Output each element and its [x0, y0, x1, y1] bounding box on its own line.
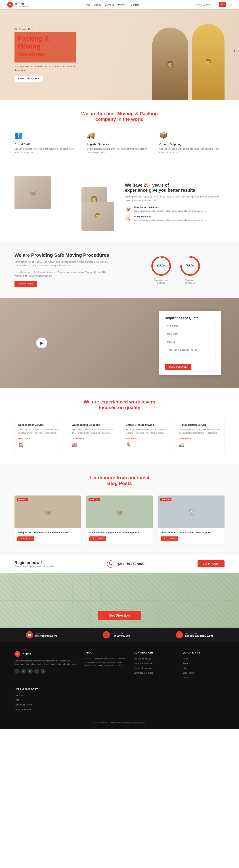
hero-dot-2[interactable] — [234, 53, 235, 54]
blog-read-more-1[interactable]: READ MORE — [89, 536, 106, 541]
footer-quick-0[interactable]: Home — [183, 657, 189, 660]
footer-service-2[interactable]: Household Moving — [134, 667, 151, 670]
service-read-more-3[interactable]: Read More > — [179, 437, 191, 440]
send-message-button[interactable]: SEND MESSAGE — [165, 364, 191, 370]
footer-quick-2[interactable]: Blog — [183, 667, 187, 670]
hero-cta-button[interactable]: VIEW OUR WORKS — [14, 75, 43, 82]
services-divider — [114, 412, 125, 412]
social-facebook[interactable]: f — [14, 669, 20, 674]
nav-about[interactable]: About — [94, 3, 101, 6]
service-card-2: Office Furniture Moving Sed ut perspicia… — [122, 420, 171, 453]
exp-feat-desc-1: Sed ut perspiciatis unde omnis iste natu… — [134, 218, 207, 222]
blog-date-0: FEB 2021 — [16, 498, 28, 501]
experience-section: 📦 👩 👨 We have 25+ years of experience gi… — [0, 165, 239, 242]
play-button[interactable]: ▶ — [36, 338, 47, 348]
hero-title-wrapper: Packing & Moving Services — [14, 32, 76, 62]
learn-more-button[interactable]: LEARN MORE — [14, 281, 37, 287]
brand-name: InTime — [14, 2, 29, 5]
social-google[interactable]: g — [40, 669, 46, 674]
service-icon-1: 🏭 — [72, 442, 79, 450]
search-icon: 🔍 — [221, 3, 224, 6]
service-read-more-1[interactable]: Read More > — [72, 437, 84, 440]
blog-content-2: Quis nostrum exerci tat iotem ullam corp… — [158, 528, 225, 544]
footer-help-1[interactable]: FAQ — [14, 699, 19, 701]
footer-quick-1[interactable]: About — [183, 662, 188, 665]
search-input[interactable] — [194, 3, 219, 7]
footer-quick-3[interactable]: Blog Profile — [183, 672, 194, 674]
blog-read-more-0[interactable]: READ MORE — [18, 536, 34, 541]
free-quote-section: ▶ Request a Free Quote SEND MESSAGE — [0, 298, 239, 388]
hero-dot-3[interactable] — [234, 55, 235, 57]
footer-help-2[interactable]: Household Moving — [14, 704, 32, 706]
exp-years: 25+ — [144, 183, 151, 187]
exp-feature-1: 🔍 Safely delivered Sed ut perspiciatis u… — [125, 215, 225, 222]
logo: IT InTime Packers & Movers — [7, 2, 29, 8]
blog-section: Learn more from our latest Blog Posts 📦 … — [0, 464, 239, 555]
search-button[interactable]: 🔍 — [219, 2, 226, 7]
feature-desc-0: Sed ut perspiciatis unde omnis iste natu… — [14, 147, 80, 155]
service-desc-3: Sed ut perspiciatis unde omnis iste natu… — [179, 428, 221, 434]
dark-mode-toggle[interactable]: 🌙 — [228, 3, 232, 7]
message-textarea[interactable] — [165, 347, 215, 361]
footer: IT InTime Sed ut perspiciatis unde omnis… — [0, 642, 239, 729]
hero-dot-1[interactable] — [234, 50, 235, 52]
email-value: info@example.com — [35, 634, 57, 637]
features-grid: 👥 Expert Staff Sed ut perspiciatis unde … — [14, 131, 225, 155]
register-left: Register now ! We are here for you, plea… — [14, 560, 54, 568]
exp-feat-1-content: Safely delivered Sed ut perspiciatis und… — [134, 215, 207, 222]
hero-content: We Provide Best Packing & Moving Service… — [0, 28, 91, 82]
footer-service-3[interactable]: Commercial Movers — [134, 672, 153, 674]
footer-help-0[interactable]: Live Chat — [14, 694, 24, 696]
exp-heading: We have 25+ years of experience give you… — [125, 183, 225, 193]
footer-service-0[interactable]: Residential Moves — [134, 657, 151, 660]
exp-description: Lorem ipsum viverra feugiat. Pellen tesq… — [125, 195, 225, 203]
nav-contact[interactable]: Contact — [131, 3, 139, 6]
get-in-touch-button[interactable]: GET IN TOUCH — [198, 560, 225, 567]
move-from-input[interactable] — [165, 331, 215, 337]
nav-links: Home About Services Pages▾ Contact — [83, 3, 139, 6]
logo-icon: IT — [7, 2, 13, 8]
service-read-more-2[interactable]: Read More > — [126, 437, 137, 440]
nav-home[interactable]: Home — [83, 3, 90, 6]
exp-feat-title-0: Time Bound deliveries — [134, 206, 207, 209]
map-section: Get Direction — [0, 573, 239, 628]
blog-content-0: Sed quia non numquam eius modi tempora u… — [14, 528, 81, 544]
blog-card-0: 📦 FEB 2021 Sed quia non numquam eius mod… — [14, 496, 81, 544]
service-title-2: Office Furniture Moving — [126, 424, 167, 426]
footer-help-3[interactable]: Terms of Service — [14, 708, 31, 711]
get-direction-button[interactable]: Get Direction — [98, 611, 140, 620]
service-card-3: Transportation Service Sed ut perspiciat… — [175, 420, 225, 453]
stat-customers-choose: 75% Customers Choose Us — [179, 255, 201, 284]
safe-content: We are Providing Safe Moving Procedures … — [14, 252, 112, 287]
nav-services[interactable]: Services — [105, 3, 114, 6]
footer-grid: IT InTime Sed ut perspiciatis unde omnis… — [14, 651, 225, 712]
feature-title-1: Logistic Services — [87, 143, 152, 146]
service-title-1: Warehousing Solutions — [72, 424, 113, 426]
footer-quick-4[interactable]: Contact — [183, 676, 190, 679]
footer-service-1[interactable]: Corporate Relocation — [134, 662, 154, 665]
blog-image-1: 📦 MAR 2021 — [87, 496, 153, 528]
social-pinterest[interactable]: p — [34, 669, 39, 674]
hero-person2: 👨 — [192, 24, 225, 100]
service-desc-1: Sed ut perspiciatis unde omnis iste natu… — [72, 428, 113, 434]
blog-card-2: 🏠 APR 2021 Quis nostrum exerci tat iotem… — [158, 496, 225, 544]
your-name-input[interactable] — [165, 323, 215, 329]
exp-feature-0: 📦 Time Bound deliveries Sed ut perspicia… — [125, 206, 225, 213]
safe-desc-1: Lorem ipsum viverra feugiat. Ellen tesqu… — [14, 260, 112, 268]
safe-title: We are Providing Safe Moving Procedures — [14, 252, 112, 258]
social-twitter[interactable]: t — [21, 669, 26, 674]
feature-title-0: Expert Staff — [14, 143, 80, 146]
blog-read-more-2[interactable]: READ MORE — [161, 536, 178, 541]
move-to-input[interactable] — [165, 339, 215, 345]
footer-info-phone: 📞 Call Us Now +44 000 888-999 — [103, 631, 130, 639]
phone-value: +44 000 888-999 — [112, 634, 130, 637]
blog-title: Learn more from our latest Blog Posts — [14, 475, 225, 486]
social-linkedin[interactable]: in — [28, 669, 33, 674]
nav-pages[interactable]: Pages▾ — [118, 3, 127, 6]
hero-dot-4[interactable] — [234, 58, 235, 59]
copyright-text: © 2021 InTime. All rights reserved. Desi… — [94, 722, 145, 724]
service-read-more-0[interactable]: Read More > — [18, 437, 30, 440]
hero-images: 👩 👨 — [152, 24, 225, 100]
footer-divider-2 — [153, 631, 153, 639]
safe-moving-section: We are Providing Safe Moving Procedures … — [0, 242, 239, 298]
